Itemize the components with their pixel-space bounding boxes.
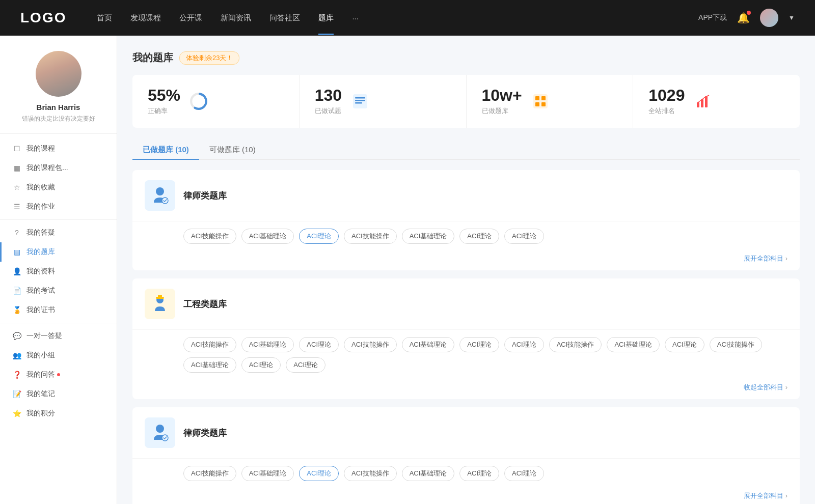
bank-tag-2-5[interactable]: ACI理论 <box>459 466 499 481</box>
grid-stat-icon <box>530 91 551 111</box>
bank-tag-1-0[interactable]: ACI技能操作 <box>183 337 236 352</box>
nav-discover[interactable]: 发现课程 <box>130 13 161 23</box>
sidebar-item-my-qa[interactable]: ? 我的答疑 <box>0 223 117 242</box>
nav-open-course[interactable]: 公开课 <box>179 13 202 23</box>
app-download-link[interactable]: APP下载 <box>698 13 727 22</box>
bank-tag-1-7[interactable]: ACI技能操作 <box>549 337 602 352</box>
lawyer-icon-2 <box>145 417 175 448</box>
navbar: LOGO 首页 发现课程 公开课 新闻资讯 问答社区 题库 ··· APP下载 … <box>0 0 815 36</box>
sidebar-item-one-on-one[interactable]: 💬 一对一答疑 <box>0 326 117 346</box>
bank-card-header-0: 律师类题库 <box>132 170 800 221</box>
bank-tag-1-2[interactable]: ACI理论 <box>299 337 339 352</box>
nav-news[interactable]: 新闻资讯 <box>221 13 251 23</box>
svg-rect-18 <box>158 295 162 297</box>
stat-value-done-questions: 130 <box>315 87 342 103</box>
stat-label-ranking: 全站排名 <box>648 106 685 116</box>
bank-expand-1[interactable]: 收起全部科目 › <box>132 380 800 399</box>
sidebar-item-my-notes[interactable]: 📝 我的笔记 <box>0 384 117 404</box>
bank-tag-1-8[interactable]: ACI基础理论 <box>607 337 660 352</box>
sidebar-label-my-exam: 我的考试 <box>26 286 55 295</box>
bank-tag-2-3[interactable]: ACI技能操作 <box>344 466 397 481</box>
bank-tag-0-6[interactable]: ACI理论 <box>504 229 544 244</box>
grid-icon: ▤ <box>12 247 21 257</box>
nav-more[interactable]: ··· <box>352 14 359 22</box>
sidebar-label-my-group: 我的小组 <box>26 351 55 360</box>
bank-tag-1-5[interactable]: ACI理论 <box>459 337 499 352</box>
bank-tag-1-12[interactable]: ACI理论 <box>241 357 281 373</box>
bank-card-2: 律师类题库 ACI技能操作 ACI基础理论 ACI理论 ACI技能操作 ACI基… <box>132 407 800 504</box>
tab-available-banks[interactable]: 可做题库 (10) <box>199 140 266 160</box>
note-icon: 📝 <box>12 389 21 399</box>
tab-done-banks[interactable]: 已做题库 (10) <box>132 140 199 160</box>
bank-card-0: 律师类题库 ACI技能操作 ACI基础理论 ACI理论 ACI技能操作 ACI基… <box>132 170 800 270</box>
sidebar-profile: Brian Harris 错误的决定比没有决定要好 <box>0 51 117 134</box>
sidebar-label-my-questions: 我的问答 <box>26 370 55 379</box>
page-header: 我的题库 体验剩余23天！ <box>132 51 800 65</box>
bank-tag-1-13[interactable]: ACI理论 <box>286 357 325 373</box>
bank-tag-1-9[interactable]: ACI理论 <box>665 337 704 352</box>
lawyer-svg-0 <box>149 184 171 207</box>
bank-tag-0-4[interactable]: ACI基础理论 <box>402 229 455 244</box>
bank-tag-0-2[interactable]: ACI理论 <box>299 229 339 244</box>
sidebar: Brian Harris 错误的决定比没有决定要好 ☐ 我的课程 ▦ 我的课程包… <box>0 36 117 504</box>
bank-expand-0[interactable]: 展开全部科目 › <box>132 251 800 270</box>
bank-tag-2-0[interactable]: ACI技能操作 <box>183 466 236 481</box>
sidebar-label-my-cert: 我的证书 <box>26 305 55 315</box>
bar-svg <box>694 92 712 110</box>
sidebar-item-my-questions[interactable]: ❓ 我的问答 <box>0 365 117 384</box>
bank-expand-2[interactable]: 展开全部科目 › <box>132 488 800 504</box>
bank-tag-1-4[interactable]: ACI基础理论 <box>402 337 455 352</box>
svg-rect-3 <box>355 97 365 99</box>
sidebar-label-my-notes: 我的笔记 <box>26 389 55 399</box>
stat-ranking: 1029 全站排名 <box>633 75 800 128</box>
sidebar-divider-1 <box>0 219 117 220</box>
bank-tag-1-1[interactable]: ACI基础理论 <box>241 337 294 352</box>
bank-tag-0-1[interactable]: ACI基础理论 <box>241 229 294 244</box>
user-avatar[interactable] <box>760 9 778 27</box>
nav-exam[interactable]: 题库 <box>318 13 334 23</box>
bank-tag-1-10[interactable]: ACI技能操作 <box>710 337 763 352</box>
sidebar-item-my-bank[interactable]: ▤ 我的题库 <box>0 242 117 262</box>
avatar-dropdown-arrow[interactable]: ▼ <box>789 14 795 21</box>
sidebar-item-my-course[interactable]: ☐ 我的课程 <box>0 139 117 158</box>
sidebar-label-my-data: 我的资料 <box>26 267 55 276</box>
bank-tag-2-2[interactable]: ACI理论 <box>299 466 339 481</box>
bank-tag-0-5[interactable]: ACI理论 <box>459 229 499 244</box>
sidebar-item-my-group[interactable]: 👥 我的小组 <box>0 346 117 365</box>
bank-tag-2-6[interactable]: ACI理论 <box>504 466 544 481</box>
bank-tag-0-3[interactable]: ACI技能操作 <box>344 229 397 244</box>
sidebar-item-my-points[interactable]: ⭐ 我的积分 <box>0 404 117 423</box>
bank-card-header-1: 工程类题库 <box>132 278 800 330</box>
sidebar-item-my-exam[interactable]: 📄 我的考试 <box>0 281 117 300</box>
bank-tag-2-4[interactable]: ACI基础理论 <box>402 466 455 481</box>
bank-tag-1-11[interactable]: ACI基础理论 <box>183 357 236 373</box>
avatar-image <box>760 9 778 27</box>
grid-svg <box>531 92 550 110</box>
bank-tag-2-1[interactable]: ACI基础理论 <box>241 466 294 481</box>
stat-value-done-banks: 10w+ <box>482 87 522 103</box>
sidebar-item-my-cert[interactable]: 🏅 我的证书 <box>0 300 117 320</box>
svg-rect-6 <box>533 94 548 108</box>
sidebar-divider-2 <box>0 323 117 323</box>
bank-card-header-2: 律师类题库 <box>132 407 800 459</box>
sidebar-item-course-package[interactable]: ▦ 我的课程包... <box>0 158 117 178</box>
sidebar-item-favorites[interactable]: ☆ 我的收藏 <box>0 178 117 197</box>
donut-svg <box>189 92 208 111</box>
bar-icon: ▦ <box>12 163 21 173</box>
bank-tag-1-6[interactable]: ACI理论 <box>504 337 544 352</box>
sidebar-item-my-data[interactable]: 👤 我的资料 <box>0 262 117 281</box>
svg-rect-4 <box>355 100 365 101</box>
content-area: 我的题库 体验剩余23天！ 55% 正确率 <box>117 36 815 504</box>
stat-label-correct-rate: 正确率 <box>148 106 180 116</box>
nav-home[interactable]: 首页 <box>97 13 112 23</box>
bank-name-0: 律师类题库 <box>183 190 227 202</box>
notification-bell[interactable]: 🔔 <box>737 12 750 24</box>
svg-rect-9 <box>535 102 539 106</box>
sidebar-item-homework[interactable]: ☰ 我的作业 <box>0 197 117 216</box>
engineer-icon-1 <box>145 289 175 319</box>
bank-tag-0-0[interactable]: ACI技能操作 <box>183 229 236 244</box>
svg-rect-8 <box>541 96 546 100</box>
stat-label-done-questions: 已做试题 <box>315 106 342 116</box>
bank-tag-1-3[interactable]: ACI技能操作 <box>344 337 397 352</box>
nav-qa[interactable]: 问答社区 <box>269 13 300 23</box>
